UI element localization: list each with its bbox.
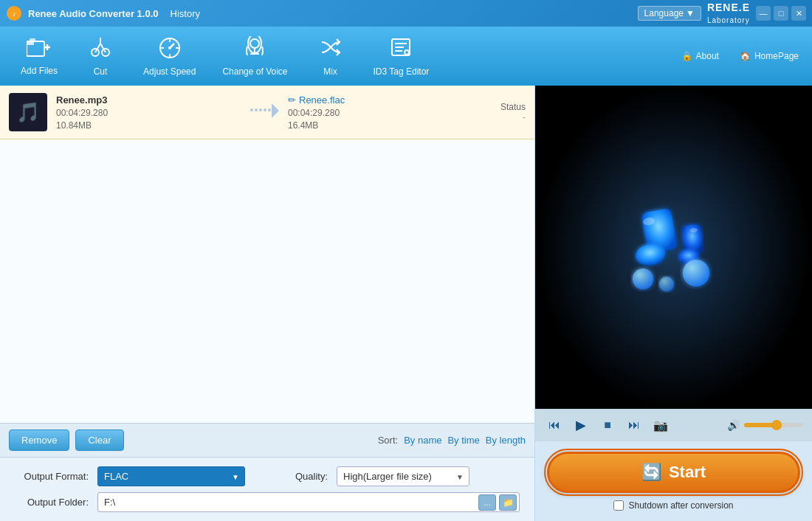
- adjust-speed-label: Adjust Speed: [143, 66, 196, 77]
- svg-point-39: [659, 277, 674, 291]
- svg-rect-31: [250, 108, 272, 113]
- title-bar: ♪ Renee Audio Converter 1.0.0 History La…: [0, 0, 812, 27]
- history-label[interactable]: History: [171, 8, 200, 19]
- input-size: 10.84MB: [56, 120, 241, 131]
- close-button[interactable]: ✕: [791, 6, 806, 21]
- sort-by-time[interactable]: By time: [447, 435, 479, 446]
- forward-button[interactable]: ⏭: [624, 415, 644, 435]
- toolbar-change-of-voice[interactable]: Change of Voice: [209, 30, 300, 83]
- app-title: Renee Audio Converter 1.0.0: [28, 8, 159, 19]
- open-folder-button[interactable]: 📁: [499, 494, 517, 511]
- svg-text:♪: ♪: [13, 10, 16, 18]
- forward-icon: ⏭: [628, 418, 640, 432]
- toolbar: Add Files Cut Adjust S: [0, 27, 812, 86]
- add-files-label: Add Files: [21, 66, 58, 76]
- language-dropdown-icon: ▼: [686, 8, 695, 18]
- window-controls: — □ ✕: [756, 6, 806, 21]
- title-bar-right: Language ▼ RENE.E Laboratory — □ ✕: [638, 1, 806, 25]
- file-input-info: Renee.mp3 00:04:29.280 10.84MB: [56, 94, 241, 131]
- mix-icon: [319, 36, 343, 62]
- id3-tag-editor-icon: [389, 36, 413, 62]
- play-button[interactable]: ▶: [571, 415, 591, 435]
- svg-point-38: [633, 269, 653, 289]
- cut-label: Cut: [94, 66, 108, 77]
- media-controls: ⏮ ▶ ■ ⏭ 📷 🔊: [535, 409, 812, 441]
- sort-label: Sort:: [378, 435, 398, 446]
- format-label: Output Format:: [15, 471, 89, 482]
- homepage-label: HomePage: [754, 51, 799, 61]
- app-logo-icon: ♪: [6, 5, 22, 21]
- rewind-icon: ⏮: [548, 418, 560, 432]
- right-panel: ⏮ ▶ ■ ⏭ 📷 🔊 🔄: [535, 86, 812, 521]
- status-badge: -: [481, 112, 526, 123]
- svg-line-9: [95, 44, 100, 52]
- language-button[interactable]: Language ▼: [638, 6, 701, 21]
- language-label: Language: [644, 8, 684, 18]
- quality-select-wrapper: High(Larger file size): [337, 466, 469, 486]
- shutdown-checkbox[interactable]: [613, 500, 624, 511]
- toolbar-adjust-speed[interactable]: Adjust Speed: [130, 30, 209, 83]
- adjust-speed-icon: [158, 36, 182, 62]
- file-thumbnail: 🎵: [9, 93, 47, 131]
- remove-button[interactable]: Remove: [9, 429, 69, 451]
- toolbar-add-files[interactable]: Add Files: [7, 31, 71, 82]
- maximize-button[interactable]: □: [774, 6, 788, 21]
- id3-tag-editor-label: ID3 Tag Editor: [374, 66, 430, 77]
- toolbar-cut[interactable]: Cut: [71, 30, 130, 83]
- quality-label: Quality:: [254, 471, 328, 482]
- output-duration: 00:04:29.280: [288, 108, 472, 118]
- homepage-button[interactable]: 🏠 HomePage: [734, 48, 805, 64]
- svg-point-37: [683, 260, 709, 286]
- stop-button[interactable]: ■: [597, 415, 618, 435]
- format-row: Output Format: FLAC Quality: High(Larger…: [15, 466, 520, 486]
- music-note-preview-icon: [622, 199, 726, 295]
- format-select[interactable]: FLAC: [97, 466, 245, 486]
- about-button[interactable]: 🔒 About: [675, 48, 725, 64]
- minimize-button[interactable]: —: [756, 6, 771, 21]
- edit-icon: ✏: [288, 94, 296, 106]
- quality-select[interactable]: High(Larger file size): [337, 466, 469, 486]
- file-list: 🎵 Renee.mp3 00:04:29.280 10.84MB: [0, 86, 534, 423]
- main-content: 🎵 Renee.mp3 00:04:29.280 10.84MB: [0, 86, 812, 521]
- about-label: About: [696, 51, 719, 61]
- svg-point-19: [250, 39, 259, 48]
- bottom-controls: Remove Clear Sort: By name By time By le…: [0, 423, 534, 457]
- volume-control: 🔊: [727, 419, 803, 431]
- title-bar-left: ♪ Renee Audio Converter 1.0.0 History: [6, 5, 200, 21]
- table-row: 🎵 Renee.mp3 00:04:29.280 10.84MB: [0, 86, 534, 139]
- input-duration: 00:04:29.280: [56, 108, 241, 118]
- clear-button[interactable]: Clear: [75, 429, 123, 451]
- change-of-voice-label: Change of Voice: [222, 66, 287, 77]
- rewind-button[interactable]: ⏮: [544, 415, 565, 435]
- start-panel: 🔄 Start Shutdown after conversion: [535, 441, 812, 521]
- volume-icon: 🔊: [727, 419, 740, 431]
- shutdown-row: Shutdown after conversion: [613, 500, 733, 511]
- sort-by-name[interactable]: By name: [404, 435, 441, 446]
- status-label: Status: [481, 102, 526, 112]
- output-size: 16.4MB: [288, 120, 472, 131]
- folder-buttons: ... 📁: [478, 494, 517, 511]
- lock-icon: 🔒: [681, 51, 692, 61]
- sort-by-length[interactable]: By length: [486, 435, 526, 446]
- toolbar-id3-tag-editor[interactable]: ID3 Tag Editor: [360, 30, 443, 83]
- preview-area: [535, 86, 812, 409]
- toolbar-mix[interactable]: Mix: [301, 30, 360, 83]
- play-icon: ▶: [576, 417, 586, 433]
- output-filename: ✏ Renee.flac: [288, 94, 472, 106]
- change-of-voice-icon: [243, 36, 266, 62]
- output-settings: Output Format: FLAC Quality: High(Larger…: [0, 457, 534, 521]
- svg-line-10: [100, 44, 106, 52]
- left-panel: 🎵 Renee.mp3 00:04:29.280 10.84MB: [0, 86, 535, 521]
- camera-button[interactable]: 📷: [650, 415, 671, 435]
- mix-label: Mix: [323, 66, 337, 77]
- toolbar-right: 🔒 About 🏠 HomePage: [675, 48, 805, 64]
- browse-button[interactable]: ...: [478, 494, 496, 511]
- volume-slider[interactable]: [744, 423, 803, 427]
- folder-input[interactable]: [97, 492, 520, 512]
- folder-input-wrapper: ... 📁: [97, 492, 520, 512]
- sort-controls: Sort: By name By time By length: [378, 435, 526, 446]
- start-label: Start: [669, 463, 706, 482]
- start-button[interactable]: 🔄 Start: [547, 452, 800, 493]
- start-icon: 🔄: [641, 463, 661, 482]
- format-select-wrapper: FLAC: [97, 466, 245, 486]
